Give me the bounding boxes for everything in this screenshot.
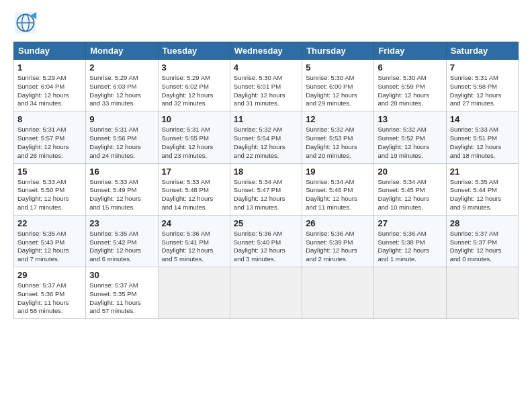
day-detail: Sunrise: 5:34 AM Sunset: 5:47 PM Dayligh… <box>234 178 298 212</box>
day-number: 19 <box>306 167 370 177</box>
calendar-day-cell: 3Sunrise: 5:29 AM Sunset: 6:02 PM Daylig… <box>158 60 230 111</box>
day-detail: Sunrise: 5:30 AM Sunset: 6:01 PM Dayligh… <box>234 74 298 108</box>
day-detail: Sunrise: 5:31 AM Sunset: 5:58 PM Dayligh… <box>450 74 515 108</box>
day-number: 20 <box>378 167 442 177</box>
calendar-header-row: SundayMondayTuesdayWednesdayThursdayFrid… <box>14 42 519 60</box>
day-number: 5 <box>306 62 370 73</box>
day-detail: Sunrise: 5:36 AM Sunset: 5:39 PM Dayligh… <box>306 230 370 264</box>
day-number: 24 <box>162 218 226 228</box>
calendar-day-cell: 10Sunrise: 5:31 AM Sunset: 5:55 PM Dayli… <box>158 111 230 163</box>
calendar-day-cell: 30Sunrise: 5:37 AM Sunset: 5:35 PM Dayli… <box>86 267 158 319</box>
day-number: 28 <box>450 218 515 228</box>
day-detail: Sunrise: 5:31 AM Sunset: 5:55 PM Dayligh… <box>162 126 226 160</box>
day-number: 1 <box>17 62 82 73</box>
calendar-day-cell: 26Sunrise: 5:36 AM Sunset: 5:39 PM Dayli… <box>302 215 374 267</box>
day-detail: Sunrise: 5:34 AM Sunset: 5:46 PM Dayligh… <box>306 178 370 212</box>
day-detail: Sunrise: 5:32 AM Sunset: 5:52 PM Dayligh… <box>378 126 442 160</box>
calendar-weekday-header: Saturday <box>446 42 518 60</box>
calendar-weekday-header: Thursday <box>302 42 374 60</box>
calendar-day-cell: 29Sunrise: 5:37 AM Sunset: 5:36 PM Dayli… <box>14 267 86 319</box>
calendar-day-cell: 21Sunrise: 5:35 AM Sunset: 5:44 PM Dayli… <box>446 163 518 215</box>
calendar-day-cell: 28Sunrise: 5:37 AM Sunset: 5:37 PM Dayli… <box>446 215 518 267</box>
day-detail: Sunrise: 5:31 AM Sunset: 5:56 PM Dayligh… <box>89 126 154 160</box>
day-detail: Sunrise: 5:37 AM Sunset: 5:35 PM Dayligh… <box>89 281 154 316</box>
day-number: 3 <box>162 62 226 73</box>
day-number: 11 <box>234 114 298 124</box>
calendar-day-cell: 11Sunrise: 5:32 AM Sunset: 5:54 PM Dayli… <box>230 111 302 163</box>
day-number: 15 <box>17 167 82 177</box>
calendar-day-cell: 19Sunrise: 5:34 AM Sunset: 5:46 PM Dayli… <box>302 163 374 215</box>
day-detail: Sunrise: 5:33 AM Sunset: 5:48 PM Dayligh… <box>162 178 226 212</box>
day-detail: Sunrise: 5:36 AM Sunset: 5:41 PM Dayligh… <box>162 230 226 264</box>
calendar-week-row: 22Sunrise: 5:35 AM Sunset: 5:43 PM Dayli… <box>14 215 519 267</box>
calendar-day-cell: 24Sunrise: 5:36 AM Sunset: 5:41 PM Dayli… <box>158 215 230 267</box>
day-number: 21 <box>450 167 515 177</box>
calendar-day-cell: 23Sunrise: 5:35 AM Sunset: 5:42 PM Dayli… <box>86 215 158 267</box>
calendar-day-cell: 16Sunrise: 5:33 AM Sunset: 5:49 PM Dayli… <box>86 163 158 215</box>
calendar-day-cell: 25Sunrise: 5:36 AM Sunset: 5:40 PM Dayli… <box>230 215 302 267</box>
day-number: 4 <box>234 62 298 73</box>
day-detail: Sunrise: 5:31 AM Sunset: 5:57 PM Dayligh… <box>17 126 82 160</box>
calendar-day-cell: 15Sunrise: 5:33 AM Sunset: 5:50 PM Dayli… <box>14 163 86 215</box>
calendar-day-cell <box>374 267 446 319</box>
calendar-day-cell: 22Sunrise: 5:35 AM Sunset: 5:43 PM Dayli… <box>14 215 86 267</box>
logo-icon <box>13 11 38 35</box>
day-number: 10 <box>162 114 226 124</box>
calendar-weekday-header: Sunday <box>14 42 86 60</box>
day-detail: Sunrise: 5:35 AM Sunset: 5:44 PM Dayligh… <box>450 178 515 212</box>
day-number: 16 <box>89 167 154 177</box>
day-number: 14 <box>450 114 515 124</box>
calendar-weekday-header: Tuesday <box>158 42 230 60</box>
day-number: 25 <box>234 218 298 228</box>
day-number: 18 <box>234 167 298 177</box>
day-detail: Sunrise: 5:30 AM Sunset: 6:00 PM Dayligh… <box>306 74 370 108</box>
day-detail: Sunrise: 5:35 AM Sunset: 5:42 PM Dayligh… <box>89 230 154 264</box>
calendar-day-cell: 20Sunrise: 5:34 AM Sunset: 5:45 PM Dayli… <box>374 163 446 215</box>
calendar-weekday-header: Monday <box>86 42 158 60</box>
calendar-day-cell <box>446 267 518 319</box>
day-number: 12 <box>306 114 370 124</box>
calendar-day-cell: 13Sunrise: 5:32 AM Sunset: 5:52 PM Dayli… <box>374 111 446 163</box>
day-detail: Sunrise: 5:33 AM Sunset: 5:49 PM Dayligh… <box>89 178 154 212</box>
calendar-weekday-header: Friday <box>374 42 446 60</box>
day-number: 6 <box>378 62 442 73</box>
day-detail: Sunrise: 5:32 AM Sunset: 5:53 PM Dayligh… <box>306 126 370 160</box>
day-detail: Sunrise: 5:36 AM Sunset: 5:40 PM Dayligh… <box>234 230 298 264</box>
day-detail: Sunrise: 5:30 AM Sunset: 5:59 PM Dayligh… <box>378 74 442 108</box>
day-number: 26 <box>306 218 370 228</box>
calendar-table: SundayMondayTuesdayWednesdayThursdayFrid… <box>13 42 519 319</box>
day-number: 23 <box>89 218 154 228</box>
page: SundayMondayTuesdayWednesdayThursdayFrid… <box>0 0 532 411</box>
day-number: 22 <box>17 218 82 228</box>
calendar-day-cell: 1Sunrise: 5:29 AM Sunset: 6:04 PM Daylig… <box>14 60 86 111</box>
day-detail: Sunrise: 5:29 AM Sunset: 6:02 PM Dayligh… <box>162 74 226 108</box>
day-detail: Sunrise: 5:35 AM Sunset: 5:43 PM Dayligh… <box>17 230 82 264</box>
day-detail: Sunrise: 5:29 AM Sunset: 6:03 PM Dayligh… <box>89 74 154 108</box>
calendar-week-row: 8Sunrise: 5:31 AM Sunset: 5:57 PM Daylig… <box>14 111 519 163</box>
day-number: 13 <box>378 114 442 124</box>
day-detail: Sunrise: 5:33 AM Sunset: 5:50 PM Dayligh… <box>17 178 82 212</box>
day-detail: Sunrise: 5:33 AM Sunset: 5:51 PM Dayligh… <box>450 126 515 160</box>
day-number: 17 <box>162 167 226 177</box>
day-detail: Sunrise: 5:32 AM Sunset: 5:54 PM Dayligh… <box>234 126 298 160</box>
calendar-day-cell: 27Sunrise: 5:36 AM Sunset: 5:38 PM Dayli… <box>374 215 446 267</box>
calendar-day-cell: 6Sunrise: 5:30 AM Sunset: 5:59 PM Daylig… <box>374 60 446 111</box>
day-detail: Sunrise: 5:36 AM Sunset: 5:38 PM Dayligh… <box>378 230 442 264</box>
calendar-day-cell: 17Sunrise: 5:33 AM Sunset: 5:48 PM Dayli… <box>158 163 230 215</box>
calendar-day-cell <box>158 267 230 319</box>
day-number: 27 <box>378 218 442 228</box>
calendar-day-cell: 4Sunrise: 5:30 AM Sunset: 6:01 PM Daylig… <box>230 60 302 111</box>
calendar-weekday-header: Wednesday <box>230 42 302 60</box>
day-detail: Sunrise: 5:37 AM Sunset: 5:37 PM Dayligh… <box>450 230 515 264</box>
day-number: 2 <box>89 62 154 73</box>
header <box>13 11 519 35</box>
calendar-day-cell: 8Sunrise: 5:31 AM Sunset: 5:57 PM Daylig… <box>14 111 86 163</box>
calendar-day-cell: 7Sunrise: 5:31 AM Sunset: 5:58 PM Daylig… <box>446 60 518 111</box>
day-number: 30 <box>89 270 154 280</box>
calendar-day-cell: 5Sunrise: 5:30 AM Sunset: 6:00 PM Daylig… <box>302 60 374 111</box>
calendar-day-cell: 9Sunrise: 5:31 AM Sunset: 5:56 PM Daylig… <box>86 111 158 163</box>
day-detail: Sunrise: 5:37 AM Sunset: 5:36 PM Dayligh… <box>17 281 82 316</box>
day-number: 8 <box>17 114 82 124</box>
calendar-day-cell: 2Sunrise: 5:29 AM Sunset: 6:03 PM Daylig… <box>86 60 158 111</box>
calendar-day-cell: 12Sunrise: 5:32 AM Sunset: 5:53 PM Dayli… <box>302 111 374 163</box>
